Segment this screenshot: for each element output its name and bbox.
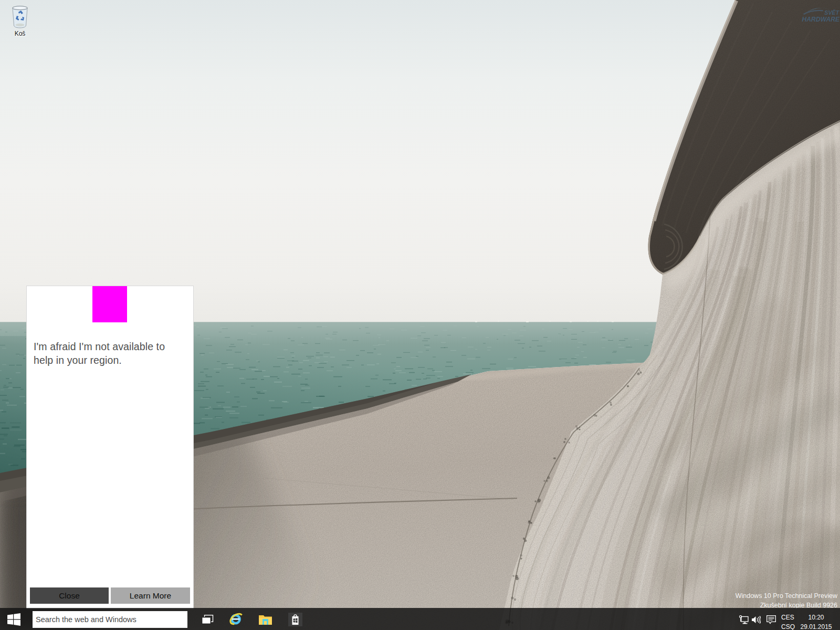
svg-text:HARDWARE: HARDWARE — [802, 16, 840, 23]
svg-text:SVĚT: SVĚT — [824, 9, 839, 16]
